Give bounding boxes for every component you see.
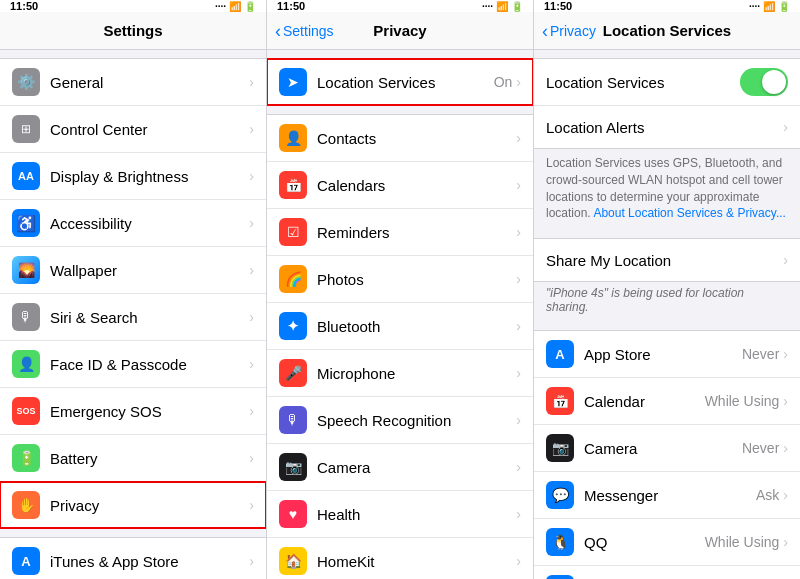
location-services-toggle[interactable] xyxy=(740,68,788,96)
siri-label: Siri & Search xyxy=(50,309,249,326)
reminders-icon: ☑ xyxy=(279,218,307,246)
location-services-value: On xyxy=(494,74,513,90)
sidebar-item-control-center[interactable]: ⊞ Control Center › xyxy=(0,106,266,153)
privacy-item-bluetooth[interactable]: ✦ Bluetooth › xyxy=(267,303,533,350)
display-label: Display & Brightness xyxy=(50,168,249,185)
display-icon: AA xyxy=(12,162,40,190)
settings-nav: Settings xyxy=(0,12,266,50)
app-location-calendar[interactable]: 📅 Calendar While Using › xyxy=(534,378,800,425)
twitter-icon: 🐦 xyxy=(546,575,574,579)
privacy-back-arrow: ‹ xyxy=(275,22,281,40)
location-back-label: Privacy xyxy=(550,23,596,39)
accessibility-chevron: › xyxy=(249,215,254,231)
siri-icon: 🎙 xyxy=(12,303,40,331)
privacy-item-homekit[interactable]: 🏠 HomeKit › xyxy=(267,538,533,579)
sidebar-item-privacy[interactable]: ✋ Privacy › xyxy=(0,482,266,528)
privacy-item-calendars[interactable]: 📅 Calendars › xyxy=(267,162,533,209)
settings-title: Settings xyxy=(103,22,162,39)
sidebar-item-siri[interactable]: 🎙 Siri & Search › xyxy=(0,294,266,341)
wallpaper-chevron: › xyxy=(249,262,254,278)
settings-panel: Settings ⚙️ General › ⊞ Control Center ›… xyxy=(0,12,267,579)
calendar-app-value: While Using xyxy=(705,393,780,409)
location-back-button[interactable]: ‹ Privacy xyxy=(542,22,596,40)
camera-app-icon: 📷 xyxy=(546,434,574,462)
camera-label: Camera xyxy=(317,459,516,476)
wallpaper-icon: 🌄 xyxy=(12,256,40,284)
sidebar-item-accessibility[interactable]: ♿ Accessibility › xyxy=(0,200,266,247)
camera-chevron: › xyxy=(516,459,521,475)
privacy-item-location-services[interactable]: ➤ Location Services On › xyxy=(267,59,533,105)
sidebar-item-wallpaper[interactable]: 🌄 Wallpaper › xyxy=(0,247,266,294)
accessibility-label: Accessibility xyxy=(50,215,249,232)
location-alerts-label: Location Alerts xyxy=(546,119,783,136)
reminders-label: Reminders xyxy=(317,224,516,241)
sidebar-item-faceid[interactable]: 👤 Face ID & Passcode › xyxy=(0,341,266,388)
privacy-item-speech[interactable]: 🎙 Speech Recognition › xyxy=(267,397,533,444)
messenger-icon: 💬 xyxy=(546,481,574,509)
location-services-toggle-item[interactable]: Location Services xyxy=(534,59,800,106)
faceid-chevron: › xyxy=(249,356,254,372)
location-services-label: Location Services xyxy=(317,74,494,91)
toggle-knob xyxy=(762,70,786,94)
wifi-icon-3: 📶 xyxy=(763,1,775,12)
microphone-icon: 🎤 xyxy=(279,359,307,387)
sos-label: Emergency SOS xyxy=(50,403,249,420)
reminders-chevron: › xyxy=(516,224,521,240)
location-nav: ‹ Privacy Location Services xyxy=(534,12,800,50)
app-location-messenger[interactable]: 💬 Messenger Ask › xyxy=(534,472,800,519)
health-chevron: › xyxy=(516,506,521,522)
share-location-item[interactable]: Share My Location › xyxy=(534,239,800,281)
app-location-qq[interactable]: 🐧 QQ While Using › xyxy=(534,519,800,566)
privacy-item-microphone[interactable]: 🎤 Microphone › xyxy=(267,350,533,397)
sidebar-item-battery[interactable]: 🔋 Battery › xyxy=(0,435,266,482)
settings-list[interactable]: ⚙️ General › ⊞ Control Center › AA Displ… xyxy=(0,50,266,579)
speech-chevron: › xyxy=(516,412,521,428)
app-location-twitter[interactable]: 🐦 Twitter While Using › xyxy=(534,566,800,579)
privacy-chevron: › xyxy=(249,497,254,513)
privacy-back-button[interactable]: ‹ Settings xyxy=(275,22,334,40)
privacy-item-reminders[interactable]: ☑ Reminders › xyxy=(267,209,533,256)
status-bars: 11:50 ···· 📶 🔋 11:50 ···· 📶 🔋 11:50 ····… xyxy=(0,0,800,12)
control-center-label: Control Center xyxy=(50,121,249,138)
bluetooth-icon: ✦ xyxy=(279,312,307,340)
privacy-item-photos[interactable]: 🌈 Photos › xyxy=(267,256,533,303)
privacy-item-camera[interactable]: 📷 Camera › xyxy=(267,444,533,491)
status-icons-2: ···· 📶 🔋 xyxy=(482,1,523,12)
privacy-panel: ‹ Settings Privacy ➤ Location Services O… xyxy=(267,12,534,579)
privacy-item-health[interactable]: ♥ Health › xyxy=(267,491,533,538)
status-bar-2: 11:50 ···· 📶 🔋 xyxy=(267,0,534,12)
appstore-label: App Store xyxy=(584,346,742,363)
app-location-camera[interactable]: 📷 Camera Never › xyxy=(534,425,800,472)
itunes-label: iTunes & App Store xyxy=(50,553,249,570)
camera-app-label: Camera xyxy=(584,440,742,457)
signal-icon-1: ···· xyxy=(215,1,226,12)
location-services-chevron: › xyxy=(516,74,521,90)
homekit-icon: 🏠 xyxy=(279,547,307,575)
display-chevron: › xyxy=(249,168,254,184)
battery-label: Battery xyxy=(50,450,249,467)
battery-chevron: › xyxy=(249,450,254,466)
sidebar-item-itunes[interactable]: A iTunes & App Store › xyxy=(0,538,266,579)
privacy-list[interactable]: ➤ Location Services On › 👤 Contacts › 📅 … xyxy=(267,50,533,579)
speech-label: Speech Recognition xyxy=(317,412,516,429)
itunes-icon: A xyxy=(12,547,40,575)
sidebar-item-sos[interactable]: SOS Emergency SOS › xyxy=(0,388,266,435)
calendar-app-label: Calendar xyxy=(584,393,705,410)
sidebar-item-general[interactable]: ⚙️ General › xyxy=(0,59,266,106)
location-alerts-chevron: › xyxy=(783,119,788,135)
share-location-note: "iPhone 4s" is being used for location s… xyxy=(534,282,800,322)
app-location-appstore[interactable]: A App Store Never › xyxy=(534,331,800,378)
location-alerts-item[interactable]: Location Alerts › xyxy=(534,106,800,148)
bluetooth-chevron: › xyxy=(516,318,521,334)
messenger-value: Ask xyxy=(756,487,779,503)
share-note-text: "iPhone 4s" is being used for location s… xyxy=(546,286,744,314)
general-icon: ⚙️ xyxy=(12,68,40,96)
privacy-item-contacts[interactable]: 👤 Contacts › xyxy=(267,115,533,162)
sidebar-item-display[interactable]: AA Display & Brightness › xyxy=(0,153,266,200)
signal-icon-2: ···· xyxy=(482,1,493,12)
photos-chevron: › xyxy=(516,271,521,287)
location-description-link[interactable]: About Location Services & Privacy... xyxy=(593,206,786,220)
siri-chevron: › xyxy=(249,309,254,325)
contacts-chevron: › xyxy=(516,130,521,146)
wifi-icon-2: 📶 xyxy=(496,1,508,12)
